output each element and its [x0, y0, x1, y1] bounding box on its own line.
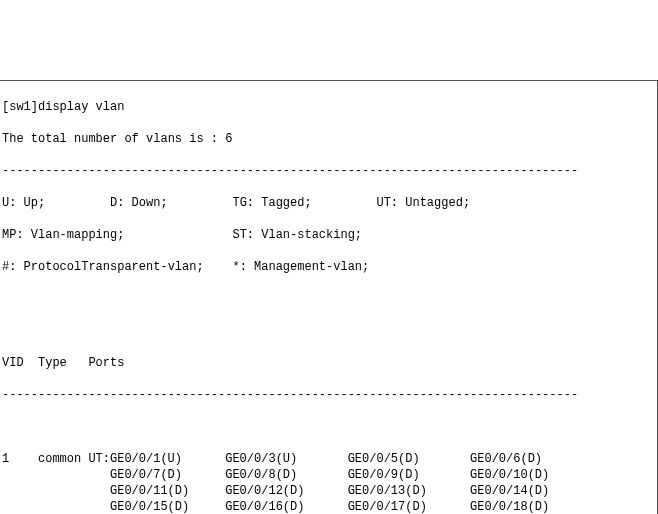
table-row: GE0/0/7(D)GE0/0/8(D)GE0/0/9(D)GE0/0/10(D…	[2, 467, 657, 483]
blank-line	[2, 291, 657, 307]
vlan-table-body: 1commonUT:GE0/0/1(U)GE0/0/3(U)GE0/0/5(D)…	[2, 451, 657, 514]
blank-line	[2, 323, 657, 339]
blank-line	[2, 419, 657, 435]
column-header: VIDTypePorts	[2, 355, 657, 371]
legend-line-1: U: Up; D: Down; TG: Tagged; UT: Untagged…	[2, 195, 657, 211]
col-ports: Ports	[88, 356, 124, 370]
port-cell: GE0/0/12(D)	[225, 483, 347, 499]
port-cell: GE0/0/16(D)	[225, 499, 347, 514]
port-cell: GE0/0/11(D)	[110, 483, 225, 499]
divider: ----------------------------------------…	[2, 387, 657, 403]
port-cell: GE0/0/14(D)	[470, 483, 556, 499]
legend-line-3: #: ProtocolTransparent-vlan; *: Manageme…	[2, 259, 657, 275]
col-vid: VID	[2, 355, 38, 371]
col-type: Type	[38, 355, 88, 371]
port-cell: GE0/0/9(D)	[348, 467, 470, 483]
terminal-output: [sw1]display vlan The total number of vl…	[0, 80, 658, 514]
port-cell: GE0/0/18(D)	[470, 499, 556, 514]
port-cell: GE0/0/6(D)	[470, 451, 556, 467]
port-cell: GE0/0/17(D)	[348, 499, 470, 514]
table-row: GE0/0/11(D)GE0/0/12(D)GE0/0/13(D)GE0/0/1…	[2, 483, 657, 499]
type-cell: common	[38, 451, 88, 467]
port-cell: GE0/0/7(D)	[110, 467, 225, 483]
port-cell: GE0/0/13(D)	[348, 483, 470, 499]
table-row: GE0/0/15(D)GE0/0/16(D)GE0/0/17(D)GE0/0/1…	[2, 499, 657, 514]
port-cell: GE0/0/15(D)	[110, 499, 225, 514]
port-cell: GE0/0/3(U)	[225, 451, 347, 467]
prompt-line: [sw1]display vlan	[2, 99, 657, 115]
tag-cell: UT:	[88, 451, 110, 467]
port-cell: GE0/0/5(D)	[348, 451, 470, 467]
legend-line-2: MP: Vlan-mapping; ST: Vlan-stacking;	[2, 227, 657, 243]
port-cell: GE0/0/8(D)	[225, 467, 347, 483]
port-cell: GE0/0/1(U)	[110, 451, 225, 467]
port-cell: GE0/0/10(D)	[470, 467, 556, 483]
divider: ----------------------------------------…	[2, 163, 657, 179]
summary-line: The total number of vlans is : 6	[2, 131, 657, 147]
table-row: 1commonUT:GE0/0/1(U)GE0/0/3(U)GE0/0/5(D)…	[2, 451, 657, 467]
vid-cell: 1	[2, 451, 38, 467]
